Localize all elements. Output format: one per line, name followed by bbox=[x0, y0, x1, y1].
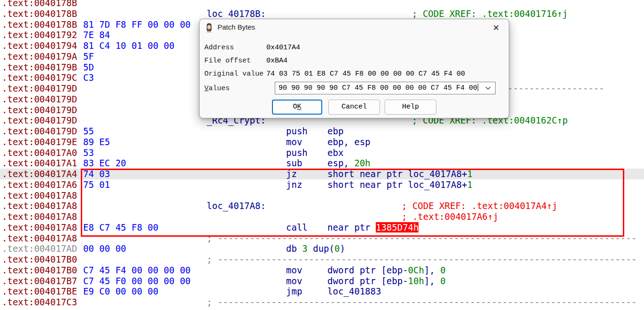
disasm-row[interactable]: .text:0040179E89 E5movebp, esp bbox=[0, 137, 644, 147]
original-value-label: Original value bbox=[204, 70, 264, 78]
disasm-row[interactable]: .text:004017A8loc_4017A8:; CODE XREF: .t… bbox=[0, 201, 644, 211]
disasm-row[interactable]: .text:004017B0; ------------------------… bbox=[0, 254, 644, 265]
disasm-row[interactable]: .text:004017A183 EC 20subesp, 20h bbox=[0, 158, 644, 169]
ida-portrait-icon bbox=[204, 22, 214, 32]
address-value: 0x4017A4 bbox=[266, 44, 300, 52]
disasm-row[interactable]: .text:0040178Bloc_40178B:; CODE XREF: .t… bbox=[0, 8, 644, 19]
file-offset-label: File offset bbox=[204, 57, 251, 65]
dialog-title: Patch Bytes bbox=[217, 23, 255, 31]
values-label: Values bbox=[204, 85, 230, 93]
disasm-row[interactable]: .text:004017A8 bbox=[0, 190, 644, 201]
address-label: Address bbox=[204, 44, 234, 52]
disasm-row[interactable]: .text:004017C3; ------------------------… bbox=[0, 297, 644, 308]
chevron-down-icon[interactable] bbox=[485, 86, 491, 90]
disasm-row[interactable]: .text:004017A8; .text:004017A6↑j bbox=[0, 211, 644, 222]
ok-button[interactable]: OK bbox=[272, 100, 322, 115]
disasm-row[interactable]: .text:004017BEE9 C0 00 00 00jmploc_40188… bbox=[0, 286, 644, 297]
ida-disassembly-window: { "palette":{ "address":"#8b0000","addre… bbox=[0, 0, 644, 310]
file-offset-value: 0xBA4 bbox=[266, 57, 287, 65]
disasm-row[interactable]: .text:0040178B bbox=[0, 0, 644, 8]
original-value: 74 03 75 01 E8 C7 45 F8 00 00 00 00 C7 4… bbox=[266, 70, 465, 78]
values-input-text[interactable]: 90 90 90 90 90 C7 45 F8 00 00 00 00 C7 4… bbox=[279, 82, 478, 94]
disasm-row[interactable]: .text:004017A053pushebx bbox=[0, 147, 644, 158]
disasm-row[interactable]: .text:004017B7C7 45 F0 00 00 00 00movdwo… bbox=[0, 276, 644, 287]
disasm-row[interactable]: .text:004017A474 03jzshort near ptr loc_… bbox=[0, 169, 644, 179]
disasm-row[interactable]: .text:004017A675 01jnzshort near ptr loc… bbox=[0, 179, 644, 190]
help-button[interactable]: Help bbox=[385, 100, 436, 115]
disasm-row[interactable]: .text:004017B0C7 45 F4 00 00 00 00movdwo… bbox=[0, 265, 644, 276]
disasm-row[interactable]: .text:004017AD00 00 00db 3 dup(0) bbox=[0, 243, 644, 254]
disasm-row[interactable]: .text:0040179D55pushebp bbox=[0, 126, 644, 137]
text-cursor bbox=[478, 84, 478, 91]
dialog-titlebar[interactable]: Patch Bytes ✕ bbox=[200, 19, 509, 34]
values-combobox[interactable]: 90 90 90 90 90 C7 45 F8 00 00 00 00 C7 4… bbox=[275, 82, 496, 94]
cancel-button[interactable]: Cancel bbox=[328, 100, 380, 115]
patch-bytes-dialog: Patch Bytes ✕ Address 0x4017A4 File offs… bbox=[199, 19, 509, 118]
disasm-row[interactable]: .text:004017A8; ------------------------… bbox=[0, 233, 644, 244]
close-icon[interactable]: ✕ bbox=[491, 23, 501, 33]
disasm-row[interactable]: .text:004017A8E8 C7 45 F8 00callnear ptr… bbox=[0, 222, 644, 233]
